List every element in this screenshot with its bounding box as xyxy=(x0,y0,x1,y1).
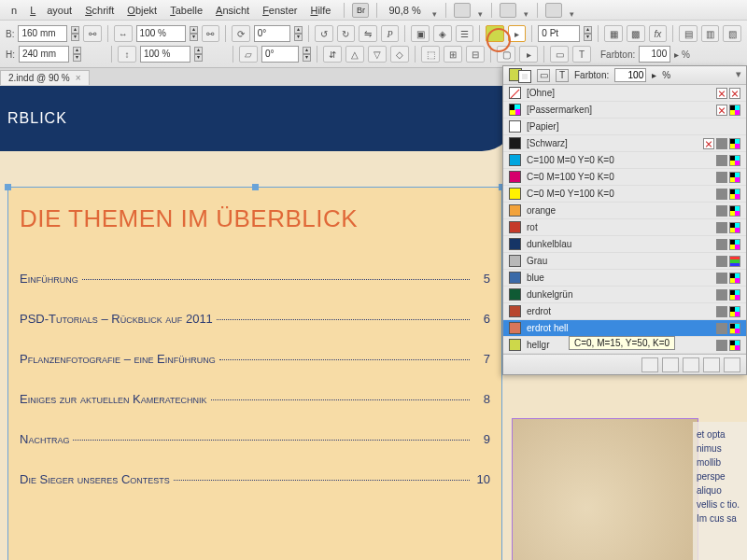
zoom-dropdown-icon[interactable] xyxy=(427,6,438,15)
misc-icon-f[interactable]: ⊞ xyxy=(444,46,462,63)
misc-icon-d[interactable]: ◇ xyxy=(390,46,409,63)
misc-icon-a[interactable]: ☰ xyxy=(456,25,474,42)
menu-fenster[interactable]: Fenster xyxy=(257,3,303,18)
height-field[interactable]: 240 mm xyxy=(19,46,69,63)
menu-file-end[interactable]: n xyxy=(6,3,22,18)
link-scale-icon[interactable]: ⚯ xyxy=(202,25,220,42)
swatch-row[interactable]: C=100 M=0 Y=0 K=0 xyxy=(503,152,746,169)
rotate-field[interactable]: 0° xyxy=(254,25,290,42)
scale-x-spinner[interactable]: ▴▾ xyxy=(190,26,198,41)
swatches-list[interactable]: [Ohne][Passermarken][Papier][Schwarz]C=1… xyxy=(503,85,746,354)
select-container-icon[interactable]: ▣ xyxy=(411,25,430,42)
tint-slider-icon[interactable]: ▸ xyxy=(652,70,656,80)
swatch-row[interactable]: C=0 M=0 Y=100 K=0 xyxy=(503,186,746,203)
swatch-row[interactable]: erdrot xyxy=(503,303,746,320)
stroke-arrow-icon[interactable]: ▸ xyxy=(519,46,538,63)
swatch-row[interactable]: [Papier] xyxy=(503,119,746,135)
fx-label-icon[interactable]: fx xyxy=(649,25,668,42)
height-spinner[interactable]: ▴▾ xyxy=(73,47,81,62)
text-target-icon[interactable]: T xyxy=(556,69,569,82)
swatches-panel[interactable]: ▾ ▭ T Farbton: ▸ % [Ohne][Passermarken][… xyxy=(502,65,747,375)
scale-y-field[interactable]: 100 % xyxy=(140,46,190,63)
swatch-row[interactable]: [Ohne] xyxy=(503,85,746,102)
swatch-row[interactable]: erdrot hell xyxy=(503,320,746,337)
tint-input[interactable] xyxy=(614,68,646,82)
container-target-icon[interactable]: ▭ xyxy=(537,69,550,82)
panel-menu-icon[interactable]: ▾ xyxy=(733,69,744,80)
dropdown-icon[interactable] xyxy=(564,6,575,15)
stroke-swatch-icon[interactable]: ▢ xyxy=(497,46,515,63)
flip-h-icon[interactable]: ⇋ xyxy=(359,25,377,42)
swatch-color-chip xyxy=(509,104,521,116)
swatch-row[interactable]: dunkelblau xyxy=(503,236,746,253)
document-tab[interactable]: 2.indd @ 90 % × xyxy=(0,70,90,85)
container-icon[interactable]: ▭ xyxy=(550,46,569,63)
misc-icon-e[interactable]: ⬚ xyxy=(421,46,440,63)
wrap-icon-1[interactable]: ▤ xyxy=(679,25,698,42)
rotate-ccw-icon[interactable]: ↺ xyxy=(315,25,333,42)
fx-icon-2[interactable]: ▩ xyxy=(627,25,645,42)
swatch-row[interactable]: blue xyxy=(503,270,746,287)
swatch-row[interactable]: [Passermarken] xyxy=(503,102,746,119)
dropdown-icon[interactable] xyxy=(472,6,484,15)
swatch-row[interactable]: hellgrC=0, M=15, Y=50, K=0 xyxy=(503,337,746,354)
tint-field[interactable]: 100 xyxy=(639,46,670,63)
placed-image[interactable] xyxy=(512,418,698,560)
select-content-icon[interactable]: ◈ xyxy=(433,25,452,42)
selection-handle[interactable] xyxy=(252,184,259,190)
rotate-cw-icon[interactable]: ↻ xyxy=(337,25,356,42)
selected-text-frame[interactable]: DIE THEMEN IM ÜBERBLICK Einführung5 PSD-… xyxy=(7,187,502,560)
misc-icon-c[interactable]: ▽ xyxy=(368,46,387,63)
width-field[interactable]: 160 mm xyxy=(18,25,67,42)
wrap-icon-2[interactable]: ▥ xyxy=(701,25,720,42)
menu-objekt[interactable]: Objekt xyxy=(121,3,162,18)
rotate-spinner[interactable]: ▴▾ xyxy=(294,26,303,41)
width-spinner[interactable]: ▴▾ xyxy=(71,26,79,41)
fx-icon-1[interactable]: ▦ xyxy=(604,25,623,42)
fill-swatch-icon[interactable] xyxy=(486,25,504,42)
link-wh-icon[interactable]: ⚯ xyxy=(83,25,102,42)
text-icon[interactable]: T xyxy=(572,46,591,63)
selection-handle[interactable] xyxy=(5,184,11,190)
stroke-weight-field[interactable]: 0 Pt xyxy=(538,25,580,42)
menu-hilfe[interactable]: Hilfe xyxy=(304,3,336,18)
swatch-row[interactable]: dunkelgrün xyxy=(503,287,746,303)
shear-field[interactable]: 0° xyxy=(261,46,299,63)
misc-icon-b[interactable]: △ xyxy=(345,46,364,63)
swatch-row[interactable]: [Schwarz] xyxy=(503,135,746,152)
arrange-icon[interactable] xyxy=(545,3,562,18)
swatch-row[interactable]: rot xyxy=(503,219,746,236)
menu-bar: n Layout Schrift Objekt Tabelle Ansicht … xyxy=(0,0,747,21)
shear-spinner[interactable]: ▴▾ xyxy=(303,47,311,62)
screen-mode-icon[interactable] xyxy=(500,3,516,18)
dropdown-icon[interactable] xyxy=(518,6,529,15)
delete-swatch-icon[interactable] xyxy=(724,357,740,372)
flip-v-icon[interactable]: ⇵ xyxy=(323,46,342,63)
swatch-color-chip xyxy=(509,204,521,217)
view-mode-icon[interactable] xyxy=(454,3,471,18)
swatch-row[interactable]: C=0 M=100 Y=0 K=0 xyxy=(503,169,746,186)
p-icon[interactable]: P xyxy=(381,25,400,42)
separator xyxy=(344,3,345,18)
menu-ansicht[interactable]: Ansicht xyxy=(210,3,255,18)
fill-stroke-proxy[interactable] xyxy=(509,68,531,83)
zoom-level[interactable]: 90,8 % xyxy=(385,5,424,16)
swatch-row[interactable]: Grau xyxy=(503,253,746,270)
stroke-spinner[interactable]: ▴▾ xyxy=(584,26,592,41)
new-swatch-icon[interactable] xyxy=(703,357,720,372)
close-icon[interactable]: × xyxy=(76,73,81,83)
show-gradient-swatches-icon[interactable] xyxy=(683,357,699,372)
menu-schrift[interactable]: Schrift xyxy=(79,3,120,18)
show-color-swatches-icon[interactable] xyxy=(662,357,679,372)
bridge-icon[interactable]: Br xyxy=(352,3,369,18)
menu-tabelle[interactable]: Tabelle xyxy=(164,3,208,18)
swatch-row[interactable]: orange xyxy=(503,203,746,219)
misc-icon-g[interactable]: ⊟ xyxy=(466,46,485,63)
scale-y-spinner[interactable]: ▴▾ xyxy=(194,47,203,62)
wrap-icon-3[interactable]: ▧ xyxy=(723,25,741,42)
menu-layout[interactable]: Layout xyxy=(24,3,78,18)
swatch-name: C=100 M=0 Y=0 K=0 xyxy=(527,155,711,165)
fill-arrow-icon[interactable]: ▸ xyxy=(508,25,527,42)
scale-x-field[interactable]: 100 % xyxy=(136,25,186,42)
show-all-swatches-icon[interactable] xyxy=(641,357,658,372)
